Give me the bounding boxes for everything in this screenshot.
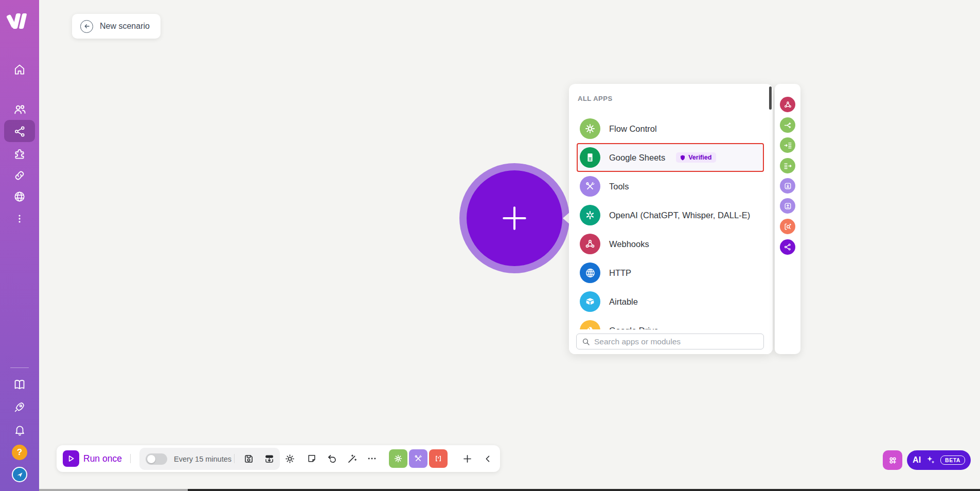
save-icon xyxy=(243,453,254,464)
openai-icon xyxy=(580,205,600,225)
favorite-search-module-button[interactable] xyxy=(780,219,795,234)
gear-icon xyxy=(394,454,403,463)
app-row-openai[interactable]: OpenAI (ChatGPT, Whisper, DALL-E) xyxy=(577,201,764,230)
add-module-toolbar-button[interactable] xyxy=(461,452,473,465)
shield-icon xyxy=(680,154,686,161)
sidebar-item-more[interactable] xyxy=(0,209,39,228)
flow-control-shortcut-button[interactable] xyxy=(389,449,407,468)
app-row-webhooks[interactable]: Webhooks xyxy=(577,230,764,258)
app-label: Webhooks xyxy=(609,239,649,249)
search-input[interactable] xyxy=(594,337,758,346)
tools-shortcut-button[interactable] xyxy=(409,449,427,468)
text-parser-shortcut-button[interactable] xyxy=(429,449,448,468)
sidebar-item-help[interactable]: ? xyxy=(0,443,39,462)
make-logo-icon[interactable] xyxy=(8,9,31,29)
favorite-share-button[interactable] xyxy=(780,239,795,255)
rocket-icon xyxy=(13,400,26,414)
sidebar-item-webhooks[interactable] xyxy=(0,187,39,206)
run-once-label[interactable]: Run once xyxy=(83,453,122,464)
undo-icon xyxy=(327,453,337,464)
app-row-flow-control[interactable]: Flow Control xyxy=(577,114,764,143)
tools-icon xyxy=(414,454,423,463)
scheduling-label: Every 15 minutes xyxy=(174,455,231,463)
globe-icon xyxy=(13,190,26,203)
favorite-router-button[interactable] xyxy=(780,117,795,133)
note-icon xyxy=(307,453,317,464)
sidebar-item-messenger[interactable] xyxy=(0,465,39,484)
align-panel-button[interactable] xyxy=(263,452,275,465)
favorite-webhooks-button[interactable] xyxy=(780,97,795,112)
messenger-icon xyxy=(12,467,27,482)
puzzle-icon xyxy=(13,147,26,161)
new-module-node-ring xyxy=(459,163,569,273)
notes-button[interactable] xyxy=(306,452,318,465)
app-label: Flow Control xyxy=(609,124,657,134)
sparkles-icon xyxy=(925,455,936,465)
google-sheets-icon xyxy=(580,147,600,168)
sidebar-item-notifications[interactable] xyxy=(0,420,39,439)
back-button[interactable] xyxy=(80,20,93,33)
tools-icon xyxy=(580,176,600,197)
add-module-button[interactable] xyxy=(467,170,562,266)
section-label: ALL APPS xyxy=(578,95,613,102)
data-store-put-icon xyxy=(783,202,792,211)
collapse-toolbar-button[interactable] xyxy=(482,452,494,465)
favorite-iterator-button[interactable] xyxy=(780,158,795,173)
sidebar-item-scenarios[interactable] xyxy=(0,122,39,141)
run-once-button[interactable] xyxy=(63,450,79,467)
app-row-tools[interactable]: Tools xyxy=(577,172,764,201)
favorites-strip xyxy=(775,84,800,354)
dots-horizontal-icon xyxy=(367,453,377,464)
app-search xyxy=(576,334,764,349)
magic-wand-button[interactable] xyxy=(346,452,358,465)
scenario-header: New scenario xyxy=(72,14,161,39)
webhook-icon xyxy=(783,100,792,109)
app-label: OpenAI (ChatGPT, Whisper, DALL-E) xyxy=(609,211,750,220)
more-options-button[interactable] xyxy=(366,452,378,465)
apps-plus-icon xyxy=(887,455,898,466)
bell-icon xyxy=(13,424,26,436)
brackets-icon xyxy=(434,454,443,463)
sidebar-item-home[interactable] xyxy=(0,60,39,79)
scheduling-control[interactable]: Every 15 minutes xyxy=(139,448,280,470)
beta-badge: BETA xyxy=(940,455,965,465)
scenarios-icon xyxy=(13,125,26,138)
iterator-icon xyxy=(783,162,792,170)
app-label: Google Sheets xyxy=(609,153,665,163)
app-row-airtable[interactable]: Airtable xyxy=(577,287,764,316)
gear-icon xyxy=(284,453,295,464)
ai-assistant-button[interactable]: AI BETA xyxy=(907,450,971,470)
app-row-google-sheets[interactable]: Google Sheets Verified xyxy=(577,143,764,172)
app-label: HTTP xyxy=(609,268,631,278)
share-icon xyxy=(783,243,792,251)
sidebar-item-docs[interactable] xyxy=(0,375,39,394)
sidebar-item-whats-new[interactable] xyxy=(0,398,39,416)
favorite-aggregator-button[interactable] xyxy=(780,137,795,153)
webhooks-icon xyxy=(580,234,600,254)
search-module-icon xyxy=(783,222,792,231)
favorite-data-store-put-button[interactable] xyxy=(780,198,795,214)
app-picker-panel: ALL APPS Flow Control Google Sheets Veri… xyxy=(569,84,773,354)
undo-button[interactable] xyxy=(326,452,338,465)
magic-wand-icon xyxy=(347,453,358,464)
apps-widget-button[interactable] xyxy=(883,450,902,470)
app-row-http[interactable]: HTTP xyxy=(577,258,764,287)
sidebar-item-team[interactable] xyxy=(0,100,39,118)
dots-vertical-icon xyxy=(14,213,25,224)
play-icon xyxy=(67,454,75,463)
settings-button[interactable] xyxy=(283,452,296,465)
scheduling-toggle[interactable] xyxy=(146,453,167,465)
http-icon xyxy=(580,262,600,283)
sidebar-divider xyxy=(10,367,29,368)
favorite-data-store-get-button[interactable] xyxy=(780,178,795,194)
scrollbar-thumb[interactable] xyxy=(769,86,772,110)
toolbar-divider xyxy=(130,454,131,463)
verified-badge: Verified xyxy=(676,152,716,163)
bottom-edge-light xyxy=(39,489,188,491)
arrow-left-icon xyxy=(83,23,91,30)
save-button[interactable] xyxy=(242,452,255,465)
sidebar-item-connections[interactable] xyxy=(0,166,39,185)
app-label: Tools xyxy=(609,182,629,191)
sidebar-item-templates[interactable] xyxy=(0,145,39,163)
help-icon: ? xyxy=(12,445,27,460)
